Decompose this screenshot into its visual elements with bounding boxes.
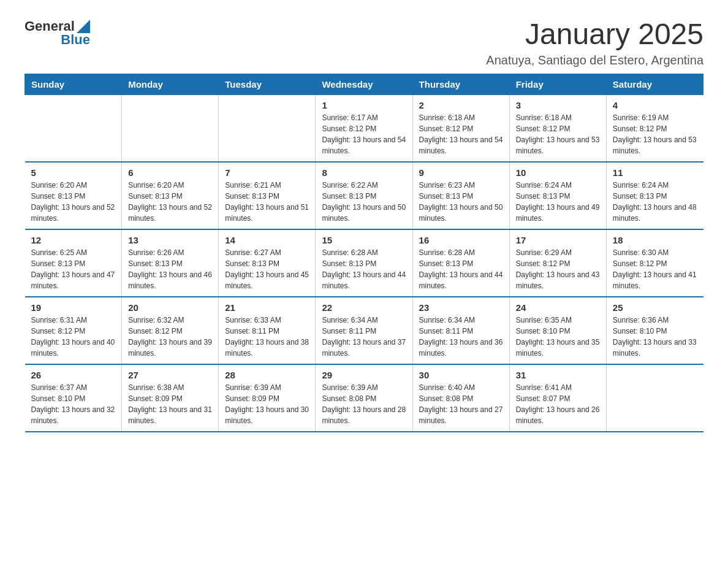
- day-number: 31: [516, 370, 600, 380]
- calendar-body: 1Sunrise: 6:17 AMSunset: 8:12 PMDaylight…: [25, 94, 703, 432]
- calendar-cell: 30Sunrise: 6:40 AMSunset: 8:08 PMDayligh…: [412, 364, 509, 432]
- day-number: 29: [322, 370, 406, 380]
- calendar-cell: 23Sunrise: 6:34 AMSunset: 8:11 PMDayligh…: [412, 297, 509, 364]
- calendar-week-2: 5Sunrise: 6:20 AMSunset: 8:13 PMDaylight…: [25, 162, 703, 229]
- day-number: 28: [225, 370, 309, 380]
- day-info: Sunrise: 6:28 AMSunset: 8:13 PMDaylight:…: [322, 247, 406, 291]
- day-number: 24: [516, 302, 600, 313]
- day-info: Sunrise: 6:24 AMSunset: 8:13 PMDaylight:…: [516, 180, 600, 224]
- day-number: 1: [322, 100, 406, 110]
- calendar-header: SundayMondayTuesdayWednesdayThursdayFrid…: [25, 74, 703, 94]
- day-info: Sunrise: 6:20 AMSunset: 8:13 PMDaylight:…: [31, 180, 116, 224]
- day-number: 27: [128, 370, 212, 380]
- day-number: 6: [128, 167, 212, 178]
- day-info: Sunrise: 6:28 AMSunset: 8:13 PMDaylight:…: [419, 247, 503, 291]
- day-number: 20: [128, 302, 212, 313]
- svg-marker-0: [77, 20, 90, 33]
- day-number: 9: [419, 167, 503, 178]
- day-info: Sunrise: 6:34 AMSunset: 8:11 PMDaylight:…: [419, 315, 503, 359]
- calendar-cell: 18Sunrise: 6:30 AMSunset: 8:12 PMDayligh…: [606, 229, 703, 297]
- page-header: General Blue January 2025 Anatuya, Santi…: [25, 18, 703, 67]
- day-number: 21: [225, 302, 309, 313]
- day-info: Sunrise: 6:36 AMSunset: 8:10 PMDaylight:…: [613, 315, 697, 359]
- day-header-row: SundayMondayTuesdayWednesdayThursdayFrid…: [25, 74, 703, 94]
- calendar-cell: 28Sunrise: 6:39 AMSunset: 8:09 PMDayligh…: [219, 364, 316, 432]
- day-number: 22: [322, 302, 406, 313]
- calendar-cell: 10Sunrise: 6:24 AMSunset: 8:13 PMDayligh…: [509, 162, 606, 229]
- calendar-cell: 15Sunrise: 6:28 AMSunset: 8:13 PMDayligh…: [316, 229, 412, 297]
- calendar-cell: 2Sunrise: 6:18 AMSunset: 8:12 PMDaylight…: [412, 94, 509, 162]
- day-number: 2: [419, 100, 503, 110]
- day-info: Sunrise: 6:30 AMSunset: 8:12 PMDaylight:…: [613, 247, 697, 291]
- title-block: January 2025 Anatuya, Santiago del Ester…: [486, 18, 703, 67]
- day-number: 30: [419, 370, 503, 380]
- calendar-week-1: 1Sunrise: 6:17 AMSunset: 8:12 PMDaylight…: [25, 94, 703, 162]
- calendar-cell: 6Sunrise: 6:20 AMSunset: 8:13 PMDaylight…: [122, 162, 219, 229]
- day-number: 26: [31, 370, 116, 380]
- calendar-cell: 21Sunrise: 6:33 AMSunset: 8:11 PMDayligh…: [219, 297, 316, 364]
- calendar-cell: 25Sunrise: 6:36 AMSunset: 8:10 PMDayligh…: [606, 297, 703, 364]
- location-title: Anatuya, Santiago del Estero, Argentina: [486, 53, 703, 67]
- day-info: Sunrise: 6:35 AMSunset: 8:10 PMDaylight:…: [516, 315, 600, 359]
- day-info: Sunrise: 6:33 AMSunset: 8:11 PMDaylight:…: [225, 315, 309, 359]
- day-info: Sunrise: 6:18 AMSunset: 8:12 PMDaylight:…: [419, 112, 503, 156]
- calendar-cell: 24Sunrise: 6:35 AMSunset: 8:10 PMDayligh…: [509, 297, 606, 364]
- calendar-cell: 27Sunrise: 6:38 AMSunset: 8:09 PMDayligh…: [122, 364, 219, 432]
- day-number: 16: [419, 235, 503, 245]
- day-number: 5: [31, 167, 116, 178]
- calendar-cell: 19Sunrise: 6:31 AMSunset: 8:12 PMDayligh…: [25, 297, 122, 364]
- day-info: Sunrise: 6:22 AMSunset: 8:13 PMDaylight:…: [322, 180, 406, 224]
- day-info: Sunrise: 6:19 AMSunset: 8:12 PMDaylight:…: [613, 112, 697, 156]
- day-number: 3: [516, 100, 600, 110]
- day-number: 14: [225, 235, 309, 245]
- calendar-cell: 31Sunrise: 6:41 AMSunset: 8:07 PMDayligh…: [509, 364, 606, 432]
- day-header-tuesday: Tuesday: [219, 74, 316, 94]
- calendar-cell: [25, 94, 122, 162]
- day-number: 19: [31, 302, 116, 313]
- day-info: Sunrise: 6:41 AMSunset: 8:07 PMDaylight:…: [516, 382, 600, 426]
- day-number: 15: [322, 235, 406, 245]
- calendar-cell: 17Sunrise: 6:29 AMSunset: 8:12 PMDayligh…: [509, 229, 606, 297]
- day-header-thursday: Thursday: [412, 74, 509, 94]
- calendar-cell: 7Sunrise: 6:21 AMSunset: 8:13 PMDaylight…: [219, 162, 316, 229]
- calendar-cell: 14Sunrise: 6:27 AMSunset: 8:13 PMDayligh…: [219, 229, 316, 297]
- day-info: Sunrise: 6:38 AMSunset: 8:09 PMDaylight:…: [128, 382, 212, 426]
- day-info: Sunrise: 6:18 AMSunset: 8:12 PMDaylight:…: [516, 112, 600, 156]
- day-info: Sunrise: 6:26 AMSunset: 8:13 PMDaylight:…: [128, 247, 212, 291]
- calendar-week-3: 12Sunrise: 6:25 AMSunset: 8:13 PMDayligh…: [25, 229, 703, 297]
- month-title: January 2025: [486, 18, 703, 51]
- calendar-cell: [122, 94, 219, 162]
- calendar-cell: 11Sunrise: 6:24 AMSunset: 8:13 PMDayligh…: [606, 162, 703, 229]
- calendar-cell: 29Sunrise: 6:39 AMSunset: 8:08 PMDayligh…: [316, 364, 412, 432]
- day-number: 25: [613, 302, 697, 313]
- day-info: Sunrise: 6:17 AMSunset: 8:12 PMDaylight:…: [322, 112, 406, 156]
- calendar-cell: 4Sunrise: 6:19 AMSunset: 8:12 PMDaylight…: [606, 94, 703, 162]
- day-info: Sunrise: 6:23 AMSunset: 8:13 PMDaylight:…: [419, 180, 503, 224]
- day-info: Sunrise: 6:39 AMSunset: 8:09 PMDaylight:…: [225, 382, 309, 426]
- day-header-sunday: Sunday: [25, 74, 122, 94]
- calendar-cell: 16Sunrise: 6:28 AMSunset: 8:13 PMDayligh…: [412, 229, 509, 297]
- calendar-cell: [606, 364, 703, 432]
- day-header-wednesday: Wednesday: [316, 74, 412, 94]
- calendar-cell: 3Sunrise: 6:18 AMSunset: 8:12 PMDaylight…: [509, 94, 606, 162]
- calendar-week-5: 26Sunrise: 6:37 AMSunset: 8:10 PMDayligh…: [25, 364, 703, 432]
- logo: General Blue: [25, 18, 90, 48]
- day-number: 18: [613, 235, 697, 245]
- calendar-cell: 8Sunrise: 6:22 AMSunset: 8:13 PMDaylight…: [316, 162, 412, 229]
- calendar-cell: 5Sunrise: 6:20 AMSunset: 8:13 PMDaylight…: [25, 162, 122, 229]
- calendar-cell: 12Sunrise: 6:25 AMSunset: 8:13 PMDayligh…: [25, 229, 122, 297]
- calendar-week-4: 19Sunrise: 6:31 AMSunset: 8:12 PMDayligh…: [25, 297, 703, 364]
- day-info: Sunrise: 6:34 AMSunset: 8:11 PMDaylight:…: [322, 315, 406, 359]
- calendar-cell: 1Sunrise: 6:17 AMSunset: 8:12 PMDaylight…: [316, 94, 412, 162]
- day-info: Sunrise: 6:29 AMSunset: 8:12 PMDaylight:…: [516, 247, 600, 291]
- day-info: Sunrise: 6:24 AMSunset: 8:13 PMDaylight:…: [613, 180, 697, 224]
- day-info: Sunrise: 6:21 AMSunset: 8:13 PMDaylight:…: [225, 180, 309, 224]
- calendar-cell: 20Sunrise: 6:32 AMSunset: 8:12 PMDayligh…: [122, 297, 219, 364]
- day-info: Sunrise: 6:40 AMSunset: 8:08 PMDaylight:…: [419, 382, 503, 426]
- logo-blue-text: Blue: [61, 32, 90, 48]
- day-number: 13: [128, 235, 212, 245]
- calendar-table: SundayMondayTuesdayWednesdayThursdayFrid…: [25, 74, 703, 432]
- day-info: Sunrise: 6:37 AMSunset: 8:10 PMDaylight:…: [31, 382, 116, 426]
- logo-triangle-icon: [77, 20, 90, 33]
- calendar-cell: 9Sunrise: 6:23 AMSunset: 8:13 PMDaylight…: [412, 162, 509, 229]
